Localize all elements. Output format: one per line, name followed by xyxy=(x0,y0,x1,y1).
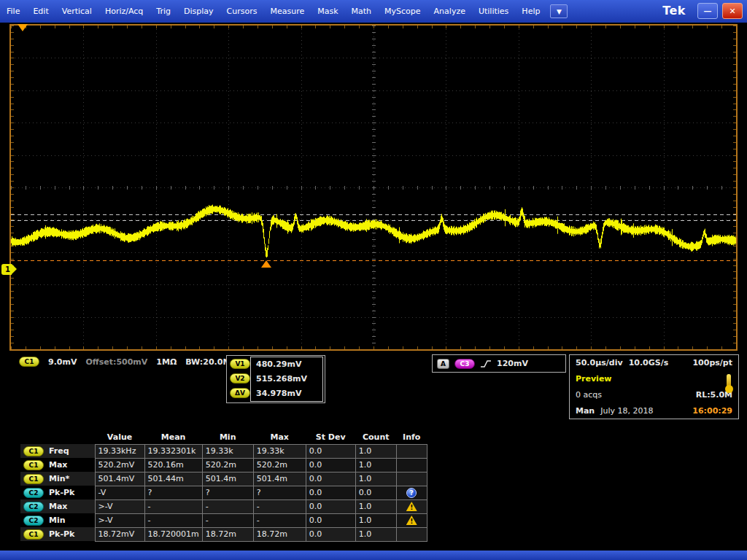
column-header-max: Max xyxy=(253,431,306,444)
minimize-button[interactable]: — xyxy=(697,3,718,19)
trigger-source-badge[interactable]: C3 xyxy=(454,359,475,369)
measurement-value: 19.33kHz xyxy=(95,444,144,458)
measurement-mean: ? xyxy=(144,486,202,499)
menu-item-edit[interactable]: Edit xyxy=(26,0,55,23)
menu-item-cursors[interactable]: Cursors xyxy=(220,0,264,23)
menu-dropdown-button[interactable]: ▼ xyxy=(550,4,568,18)
measurement-stdev: 0.0 xyxy=(306,486,355,499)
measurement-name: Pk-Pk xyxy=(49,529,74,539)
measurement-mean: - xyxy=(144,499,202,513)
cursor-row-dv: ΔV34.978mV xyxy=(228,386,323,400)
measurement-stdev: 0.0 xyxy=(306,499,355,513)
measurement-max: - xyxy=(253,513,306,527)
cursor-v1-badge: V1 xyxy=(230,359,250,369)
resolution: 100ps/pt xyxy=(692,358,732,368)
measurement-count: 0.0 xyxy=(355,486,396,499)
cursor-readout: V1480.29mVV2515.268mVΔV34.978mV xyxy=(226,355,325,403)
question-info-icon[interactable]: ? xyxy=(406,488,417,498)
measurement-row: C2Min>-V---0.01.0! xyxy=(20,513,427,527)
waveform-canvas[interactable] xyxy=(11,26,736,349)
menu-items: FileEditVerticalHoriz/AcqTrigDisplayCurs… xyxy=(0,0,546,23)
trigger-level-marker-icon[interactable] xyxy=(261,260,271,268)
column-header-info: Info xyxy=(396,431,427,444)
menu-item-display[interactable]: Display xyxy=(177,0,220,23)
measurement-count: 1.0 xyxy=(355,458,396,472)
measurement-row: C1Max520.2mV520.16m520.2m520.2m0.01.0 xyxy=(20,458,427,472)
measurement-stdev: 0.0 xyxy=(306,458,355,472)
channel1-reference-marker[interactable]: 1 xyxy=(1,264,12,275)
measurement-header-row: ValueMeanMinMaxSt DevCountInfo xyxy=(20,431,427,444)
measurement-info xyxy=(396,444,427,458)
measurement-stdev: 0.0 xyxy=(306,472,355,486)
measurement-stdev: 0.0 xyxy=(306,513,355,527)
measurement-value: 18.72mV xyxy=(95,527,144,541)
measurement-info: ! xyxy=(396,499,427,513)
measurement-count: 1.0 xyxy=(355,513,396,527)
menu-item-file[interactable]: File xyxy=(0,0,26,23)
measurement-value: 520.2mV xyxy=(95,458,144,472)
measurement-count: 1.0 xyxy=(355,499,396,513)
measurement-max: 18.72m xyxy=(253,527,306,541)
measurement-info xyxy=(396,527,427,541)
measurement-mean: 501.44m xyxy=(144,472,202,486)
warning-info-icon[interactable]: ! xyxy=(406,502,417,511)
menu-item-myscope[interactable]: MyScope xyxy=(378,0,427,23)
measurement-min: 501.4m xyxy=(202,472,253,486)
channel-badge: C2 xyxy=(23,502,44,512)
measurement-min: 19.33k xyxy=(202,444,253,458)
measurement-max: 520.2m xyxy=(253,458,306,472)
trigger-mode-badge[interactable]: A xyxy=(437,359,449,369)
channel1-scale: 9.0mV xyxy=(48,357,77,367)
menu-item-mask[interactable]: Mask xyxy=(311,0,344,23)
channel-badge: C1 xyxy=(23,446,44,456)
acquisition-count: 0 acqs xyxy=(576,390,602,400)
measurement-value: >-V xyxy=(95,513,144,527)
channel-badge: C2 xyxy=(23,516,44,526)
measurement-max: 501.4m xyxy=(253,472,306,486)
measurement-name: Max xyxy=(49,502,67,511)
measurement-row: C2Pk-Pk-V???0.00.0? xyxy=(20,486,427,499)
trigger-position-marker-icon[interactable] xyxy=(18,24,28,31)
column-header-min: Min xyxy=(202,431,253,444)
measurement-name: Max xyxy=(49,460,67,470)
trigger-readout: A C3 120mV xyxy=(432,354,566,373)
measurement-info xyxy=(396,472,427,486)
measurement-value: -V xyxy=(95,486,144,499)
menu-item-horizacq[interactable]: Horiz/Acq xyxy=(98,0,150,23)
measurement-max: - xyxy=(253,499,306,513)
clock-time: 16:00:29 xyxy=(692,406,732,416)
menu-item-utilities[interactable]: Utilities xyxy=(472,0,515,23)
waveform-display: 1 xyxy=(9,24,738,351)
measurement-value: >-V xyxy=(95,499,144,513)
channel1-offset: Offset:500mV xyxy=(85,357,147,367)
measurement-min: ? xyxy=(202,486,253,499)
cursor-v2-badge: V2 xyxy=(230,373,250,384)
channel1-bandwidth: BW:20.0M xyxy=(185,357,231,367)
column-header-value: Value xyxy=(95,431,144,444)
menu-item-math[interactable]: Math xyxy=(345,0,379,23)
close-button[interactable]: ✕ xyxy=(722,3,743,19)
menu-item-vertical[interactable]: Vertical xyxy=(55,0,98,23)
trigger-slope-rising-edge-icon xyxy=(480,359,492,368)
column-header-mean: Mean xyxy=(144,431,202,444)
channel1-status: C1 9.0mV Offset:500mV 1MΩ BW:20.0M xyxy=(19,357,231,367)
channel1-badge[interactable]: C1 xyxy=(19,357,39,367)
measurement-name: Freq xyxy=(49,446,69,456)
measurement-value: 501.4mV xyxy=(95,472,144,486)
measurement-mean: 18.720001m xyxy=(144,527,202,541)
sample-rate: 10.0GS/s xyxy=(629,358,669,368)
menu-item-analyze[interactable]: Analyze xyxy=(427,0,472,23)
channel-badge: C1 xyxy=(23,529,44,540)
menu-item-help[interactable]: Help xyxy=(515,0,546,23)
menu-item-measure[interactable]: Measure xyxy=(263,0,311,23)
column-header-stdev: St Dev xyxy=(306,431,355,444)
warning-info-icon[interactable]: ! xyxy=(406,516,417,525)
measurement-mean: 520.16m xyxy=(144,458,202,472)
menu-item-trig[interactable]: Trig xyxy=(150,0,177,23)
measurement-min: - xyxy=(202,499,253,513)
column-header-count: Count xyxy=(355,431,396,444)
measurement-count: 1.0 xyxy=(355,444,396,458)
measurement-name: Pk-Pk xyxy=(49,488,74,497)
measurement-min: 18.72m xyxy=(202,527,253,541)
channel-badge: C1 xyxy=(23,460,44,470)
